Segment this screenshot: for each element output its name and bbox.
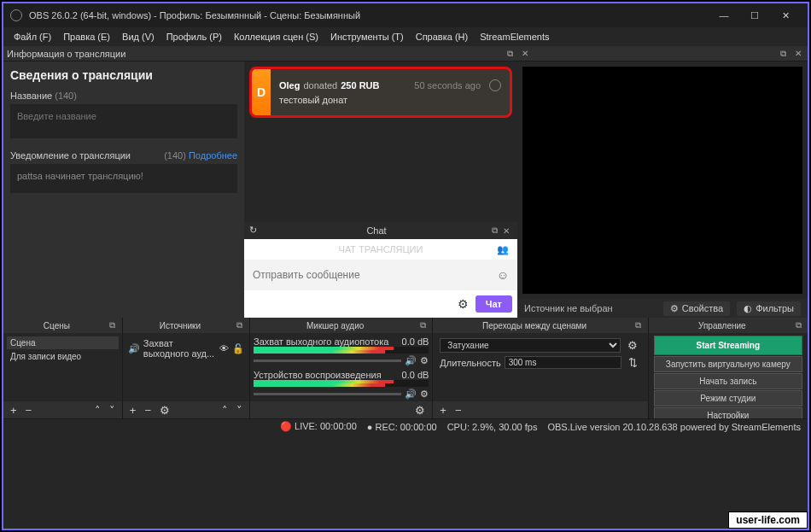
- speaker-icon[interactable]: 🔊: [405, 355, 417, 366]
- close-dock-icon[interactable]: ✕: [500, 225, 512, 237]
- popout-icon[interactable]: ⧉: [633, 319, 645, 331]
- users-icon[interactable]: 👥: [497, 244, 509, 255]
- studio-mode-button[interactable]: Режим студии: [654, 390, 802, 406]
- remove-transition-button[interactable]: −: [452, 404, 465, 417]
- filters-icon: ◐: [744, 303, 752, 314]
- more-link[interactable]: Подробнее: [189, 150, 237, 161]
- source-item[interactable]: 🔊 Захват выходного ауд... 👁 🔓: [126, 336, 246, 360]
- chat-input-row: ☺: [244, 260, 517, 290]
- chat-settings-icon[interactable]: ⚙: [458, 297, 469, 311]
- popout-icon[interactable]: ⧉: [504, 48, 516, 60]
- donation-message: тестовый донат: [279, 95, 501, 105]
- sources-dock: Источники⧉ 🔊 Захват выходного ауд... 👁 🔓…: [123, 318, 250, 418]
- mixer-track: Захват выходного аудиопотока0.0 dB🔊⚙: [254, 336, 429, 366]
- no-source-label: Источник не выбран: [524, 303, 656, 313]
- preview-area[interactable]: [522, 67, 802, 294]
- track-db: 0.0 dB: [402, 370, 429, 380]
- obs-logo-icon: [10, 9, 22, 21]
- reload-icon[interactable]: ↻: [249, 225, 261, 237]
- volume-slider[interactable]: [254, 393, 401, 395]
- title-label: Название (140): [10, 91, 237, 101]
- emoji-icon[interactable]: ☺: [497, 268, 509, 282]
- track-settings-icon[interactable]: ⚙: [420, 389, 429, 400]
- volume-slider[interactable]: [254, 360, 401, 362]
- mixer-track: Устройство воспроизведения0.0 dB🔊⚙: [254, 370, 429, 400]
- add-transition-button[interactable]: +: [436, 404, 450, 417]
- window-title: OBS 26.0.2 (64-bit, windows) - Профиль: …: [29, 10, 709, 20]
- track-name: Устройство воспроизведения: [254, 370, 382, 380]
- duration-input[interactable]: [505, 356, 621, 369]
- scene-item[interactable]: Сцена: [7, 336, 119, 349]
- maximize-button[interactable]: ☐: [739, 3, 770, 27]
- popout-icon[interactable]: ⧉: [234, 319, 246, 331]
- duration-stepper[interactable]: ⇅: [625, 356, 641, 369]
- gear-icon: ⚙: [670, 303, 679, 314]
- popout-icon[interactable]: ⧉: [107, 319, 119, 331]
- scene-up-icon[interactable]: ˄: [91, 404, 104, 417]
- transition-select[interactable]: Затухание: [440, 338, 620, 353]
- popout-icon[interactable]: ⧉: [417, 319, 429, 331]
- menu-scene-collection[interactable]: Коллекция сцен (S): [229, 30, 324, 44]
- start-recording-button[interactable]: Начать запись: [654, 373, 802, 389]
- menu-view[interactable]: Вид (V): [117, 30, 160, 44]
- start-streaming-button[interactable]: Start Streaming: [654, 336, 802, 355]
- donor-name: Oleg: [279, 80, 300, 91]
- notification-input[interactable]: pattsa начинает трансляцию!: [10, 164, 237, 193]
- minimize-button[interactable]: —: [709, 3, 739, 27]
- track-db: 0.0 dB: [402, 336, 429, 347]
- scene-down-icon[interactable]: ˅: [106, 404, 119, 417]
- track-settings-icon[interactable]: ⚙: [420, 355, 429, 366]
- chat-input[interactable]: [253, 269, 497, 281]
- transitions-dock: Переходы между сценами⧉ Затухание ⚙ Длит…: [433, 318, 648, 418]
- settings-button[interactable]: Настройки: [654, 407, 802, 418]
- source-up-icon[interactable]: ˄: [219, 404, 231, 417]
- speaker-icon: 🔊: [128, 343, 140, 354]
- virtual-camera-button[interactable]: Запустить виртуальную камеру: [654, 356, 802, 372]
- source-settings-icon[interactable]: ⚙: [156, 404, 173, 417]
- popout-icon[interactable]: ⧉: [488, 225, 500, 237]
- version-label: OBS.Live version 20.10.28.638 powered by…: [547, 422, 801, 432]
- close-dock-icon[interactable]: ✕: [792, 48, 804, 60]
- notification-label: Уведомление о трансляции (140) Подробнее: [10, 150, 237, 161]
- source-toolbar: Источник не выбран ⚙Свойства ◐Фильтры: [517, 299, 808, 318]
- transition-settings-icon[interactable]: ⚙: [624, 339, 641, 352]
- popout-icon[interactable]: ⧉: [777, 48, 789, 60]
- donation-brand-icon: D: [252, 69, 271, 115]
- scenes-dock: Сцены⧉ Сцена Для записи видео + − ˄ ˅: [3, 318, 123, 418]
- donation-amount: 250 RUB: [341, 80, 379, 91]
- filters-button[interactable]: ◐Фильтры: [737, 301, 801, 316]
- menu-help[interactable]: Справка (H): [411, 30, 473, 44]
- donation-notification: D Oleg donated 250 RUB 50 seconds ago те…: [249, 67, 512, 118]
- menu-edit[interactable]: Правка (E): [58, 30, 115, 44]
- titlebar: OBS 26.0.2 (64-bit, windows) - Профиль: …: [3, 3, 808, 27]
- scene-item[interactable]: Для записи видео: [7, 350, 119, 363]
- add-scene-button[interactable]: +: [7, 404, 20, 417]
- menu-streamelements[interactable]: StreamElements: [475, 30, 554, 44]
- speaker-icon[interactable]: 🔊: [405, 389, 417, 400]
- stream-info-panel: Сведения о трансляции Название (140) Уве…: [3, 61, 244, 318]
- menu-profile[interactable]: Профиль (P): [161, 30, 227, 44]
- refresh-icon[interactable]: [489, 79, 501, 91]
- close-button[interactable]: ✕: [770, 3, 801, 27]
- donation-time: 50 seconds ago: [414, 80, 481, 91]
- mixer-settings-icon[interactable]: ⚙: [411, 404, 429, 417]
- menubar: Файл (F) Правка (E) Вид (V) Профиль (P) …: [3, 27, 808, 46]
- properties-button[interactable]: ⚙Свойства: [663, 301, 730, 316]
- dock-header-left: Информация о трансляции ⧉ ✕ ⧉ ✕: [3, 46, 808, 61]
- remove-scene-button[interactable]: −: [22, 404, 36, 417]
- visibility-icon[interactable]: 👁: [219, 343, 229, 354]
- close-dock-icon[interactable]: ✕: [519, 48, 531, 60]
- chat-title: ЧАТ ТРАНСЛЯЦИИ 👥: [244, 239, 517, 260]
- stream-info-heading: Сведения о трансляции: [10, 68, 237, 82]
- chat-send-button[interactable]: Чат: [476, 295, 512, 313]
- menu-tools[interactable]: Инструменты (T): [325, 30, 409, 44]
- lock-icon[interactable]: 🔓: [232, 343, 244, 354]
- add-source-button[interactable]: +: [126, 404, 140, 417]
- watermark: user-life.com: [728, 512, 808, 529]
- menu-file[interactable]: Файл (F): [9, 30, 56, 44]
- source-down-icon[interactable]: ˅: [233, 404, 246, 417]
- popout-icon[interactable]: ⧉: [792, 319, 804, 331]
- stream-title-input[interactable]: [10, 104, 237, 138]
- chat-dock-header: ↻ Chat ⧉ ✕: [244, 222, 517, 239]
- remove-source-button[interactable]: −: [141, 404, 155, 417]
